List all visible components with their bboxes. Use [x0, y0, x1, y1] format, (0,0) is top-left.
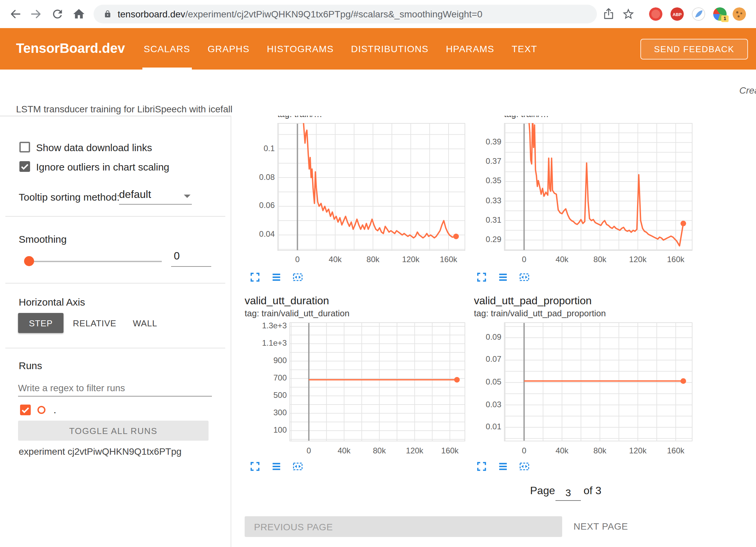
- y-axis: 0.090.070.050.030.01: [461, 322, 501, 441]
- y-tick-label: 0.01: [486, 422, 501, 431]
- run-checkbox[interactable]: [20, 405, 31, 415]
- toggle-all-runs-button[interactable]: TOGGLE ALL RUNS: [18, 421, 209, 441]
- subheader: Crea LSTM transducer training for LibriS…: [0, 70, 756, 116]
- x-tick-label: 0: [522, 446, 526, 455]
- x-tick-label: 40k: [555, 446, 569, 455]
- forward-icon[interactable]: [29, 7, 43, 21]
- next-page-button[interactable]: NEXT PAGE: [574, 521, 628, 532]
- horizontal-axis-label: Horizontal Axis: [19, 296, 85, 308]
- smoothing-slider-thumb[interactable]: [24, 256, 34, 266]
- x-tick-label: 80k: [594, 446, 607, 455]
- y-tick-label: 0.07: [486, 355, 501, 364]
- runs-regex-input[interactable]: [18, 379, 212, 397]
- x-tick-label: 120k: [629, 446, 646, 455]
- tab-distributions[interactable]: DISTRIBUTIONS: [351, 28, 428, 70]
- creator-text-partial: Crea: [739, 85, 756, 96]
- browser-toolbar: tensorboard.dev/experiment/cj2vtPiwQHKN9…: [0, 0, 756, 28]
- page: tensorboard.dev/experiment/cj2vtPiwQHKN9…: [0, 0, 756, 547]
- tooltip-sorting-value: default: [119, 189, 151, 200]
- app-logo[interactable]: TensorBoard.dev: [16, 41, 125, 56]
- y-tick-label: 0.03: [486, 400, 501, 409]
- divider: [5, 283, 225, 284]
- show-download-links-label: Show data download links: [36, 142, 152, 153]
- run-color-swatch: [37, 406, 45, 414]
- feather-extension-icon[interactable]: [692, 7, 705, 21]
- ignore-outliers-label: Ignore outliers in chart scaling: [36, 161, 169, 173]
- smoothing-slider-track[interactable]: [27, 261, 162, 262]
- runs-label: Runs: [19, 360, 42, 371]
- tab-text[interactable]: TEXT: [512, 28, 537, 70]
- charts-panel: tag: train/… 0.10.080.060.04 040k80k120k…: [231, 116, 756, 547]
- chart-card-3: valid_utt_pad_proportion tag: train/vali…: [231, 116, 756, 547]
- chart-canvas[interactable]: [504, 322, 692, 441]
- chart-title: valid_utt_pad_proportion: [474, 295, 592, 307]
- y-tick-label: 0.09: [486, 332, 501, 342]
- ignore-outliers-checkbox[interactable]: [19, 161, 30, 172]
- chart-plot[interactable]: [504, 322, 692, 441]
- chart-tag: tag: train/valid_utt_pad_proportion: [474, 308, 606, 318]
- svg-text:ABP: ABP: [672, 12, 681, 17]
- share-icon[interactable]: [602, 7, 615, 20]
- cookie-extension-icon[interactable]: [733, 7, 746, 21]
- run-name: .: [53, 404, 56, 415]
- experiment-name: experiment cj2vtPiwQHKN9Q1tx6PTpg: [19, 446, 181, 457]
- axis-step-button[interactable]: STEP: [18, 313, 64, 333]
- smoothing-value-field[interactable]: 0: [171, 250, 211, 267]
- chart-toolbar: [476, 461, 530, 472]
- url-path: /experiment/cj2vtPiwQHKN9Q1tx6PTpg/#scal…: [185, 9, 482, 19]
- blocker-extension-icon[interactable]: [649, 7, 662, 21]
- abp-extension-icon[interactable]: ABP: [670, 7, 684, 21]
- x-tick-label: 160k: [667, 446, 684, 455]
- divider: [5, 216, 225, 217]
- tab-histograms[interactable]: HISTOGRAMS: [267, 28, 334, 70]
- url-text: tensorboard.dev/experiment/cj2vtPiwQHKN9…: [118, 9, 482, 19]
- previous-page-button[interactable]: PREVIOUS PAGE: [245, 516, 562, 537]
- show-download-links-checkbox[interactable]: [19, 142, 30, 152]
- url-bar[interactable]: tensorboard.dev/experiment/cj2vtPiwQHKN9…: [94, 5, 597, 23]
- fullscreen-icon[interactable]: [476, 461, 487, 472]
- axis-wall-button[interactable]: WALL: [127, 313, 163, 333]
- experiment-description: LSTM transducer training for LibriSpeech…: [16, 104, 232, 114]
- smoothing-label: Smoothing: [19, 233, 67, 245]
- page-of-label: of 3: [584, 485, 601, 497]
- app-header: TensorBoard.dev SCALARS GRAPHS HISTOGRAM…: [0, 28, 756, 70]
- lock-icon: [104, 10, 112, 18]
- tab-hparams[interactable]: HPARAMS: [446, 28, 494, 70]
- notification-badge: 1: [721, 15, 729, 22]
- page-label: Page: [530, 485, 555, 497]
- y-tick-label: 0.05: [486, 377, 501, 387]
- data-lines-icon[interactable]: [497, 461, 509, 472]
- x-axis: 040k80k120k160k: [504, 446, 692, 457]
- send-feedback-button[interactable]: SEND FEEDBACK: [640, 39, 748, 60]
- reload-icon[interactable]: [51, 7, 64, 21]
- divider: [5, 348, 225, 348]
- star-icon[interactable]: [622, 7, 635, 21]
- home-icon[interactable]: [72, 7, 86, 21]
- tooltip-sorting-dropdown[interactable]: default: [119, 189, 192, 205]
- tab-graphs[interactable]: GRAPHS: [208, 28, 249, 70]
- nav-tabs: SCALARS GRAPHS HISTOGRAMS DISTRIBUTIONS …: [144, 28, 537, 70]
- settings-sidebar: Show data download links Ignore outliers…: [0, 116, 231, 547]
- url-domain: tensorboard.dev: [118, 9, 185, 19]
- back-icon[interactable]: [9, 7, 22, 21]
- tooltip-sorting-label: Tooltip sorting method:: [19, 191, 120, 203]
- tab-scalars[interactable]: SCALARS: [144, 28, 190, 70]
- fit-domain-icon[interactable]: [519, 461, 530, 472]
- page-number-input[interactable]: 3: [555, 484, 581, 501]
- axis-relative-button[interactable]: RELATIVE: [69, 313, 117, 333]
